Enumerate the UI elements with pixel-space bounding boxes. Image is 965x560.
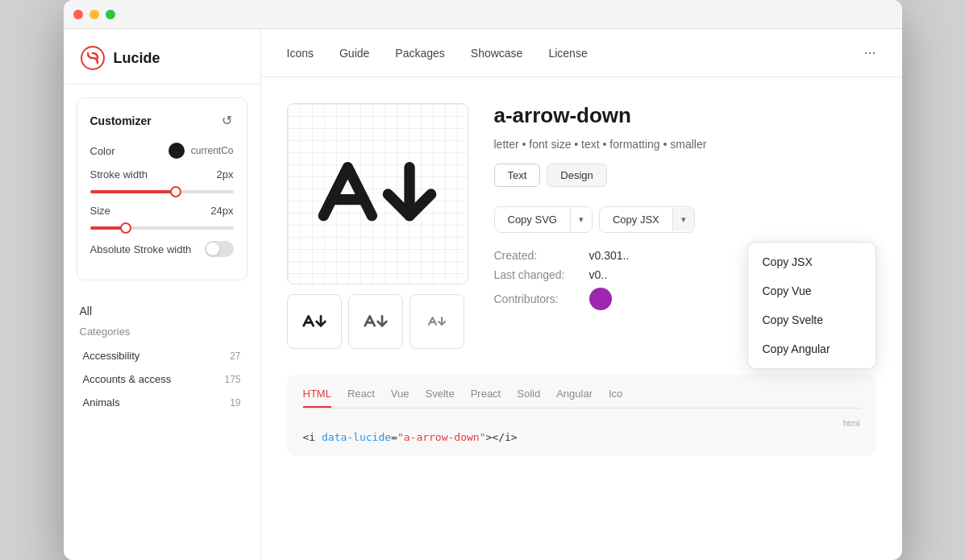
icon-info: a-arrow-down letter • font size • text •… <box>494 103 876 349</box>
logo-text: Lucide <box>114 50 160 67</box>
code-tabs: HTML React Vue Svelte Preact Solid Angul… <box>303 388 860 409</box>
copy-svg-label: Copy SVG <box>495 207 570 232</box>
stroke-slider-thumb[interactable] <box>170 186 181 197</box>
last-changed-label: Last changed: <box>494 268 583 281</box>
last-changed-value: v0.. <box>589 268 608 281</box>
sidebar-item-animals[interactable]: Animals 19 <box>77 391 247 414</box>
stroke-slider-container: Stroke width 2px <box>90 168 234 193</box>
lucide-logo-icon <box>80 45 106 71</box>
toggle-knob <box>206 243 219 255</box>
icon-preview-box <box>287 103 468 284</box>
icon-name: a-arrow-down <box>494 103 876 128</box>
variant-icons <box>287 294 468 349</box>
category-count-accessibility: 27 <box>230 351 240 362</box>
nav-icons[interactable]: Icons <box>287 47 314 60</box>
tag-design-button[interactable]: Design <box>547 164 606 187</box>
stroke-slider-track[interactable] <box>90 190 234 193</box>
code-val: "a-arrow-down" <box>397 431 486 443</box>
nav-license[interactable]: License <box>548 47 587 60</box>
code-tab-angular[interactable]: Angular <box>556 388 593 408</box>
copy-jsx-button[interactable]: Copy JSX ▾ <box>599 206 695 233</box>
variant-icon-3[interactable] <box>410 294 464 349</box>
icon-tags: letter • font size • text • formatting •… <box>494 138 876 151</box>
nav-guide[interactable]: Guide <box>339 47 369 60</box>
main-content: Icons Guide Packages Showcase License ··… <box>261 29 902 560</box>
icon-preview-svg <box>313 130 442 259</box>
sidebar-nav: All Categories Accessibility 27 Accounts… <box>64 293 260 560</box>
code-tab-preact[interactable]: Preact <box>471 388 501 408</box>
created-label: Created: <box>494 249 583 262</box>
stroke-label: Stroke width <box>90 168 148 180</box>
close-button[interactable] <box>73 10 83 19</box>
icon-area: a-arrow-down letter • font size • text •… <box>287 103 876 349</box>
dropdown-copy-vue[interactable]: Copy Vue <box>748 276 876 305</box>
avatar-1 <box>589 288 612 310</box>
contributors-label: Contributors: <box>494 292 583 305</box>
app-body: Lucide Customizer ↺ Color currentCo <box>64 29 902 560</box>
nav-packages[interactable]: Packages <box>395 47 444 60</box>
created-value: v0.301.. <box>589 249 630 262</box>
size-control-row: Size 24px <box>90 205 234 217</box>
tag-buttons: Text Design <box>494 164 876 187</box>
nav-more-button[interactable]: ··· <box>863 44 876 61</box>
stroke-slider-fill <box>90 190 177 193</box>
sidebar-logo: Lucide <box>64 29 260 85</box>
sidebar-item-accounts-access[interactable]: Accounts & access 175 <box>77 367 247 391</box>
color-value: currentCo <box>191 145 234 156</box>
color-swatch <box>168 143 185 159</box>
reset-button[interactable]: ↺ <box>220 111 234 130</box>
code-prefix: <i <box>303 431 322 443</box>
code-tab-vue[interactable]: Vue <box>391 388 410 408</box>
nav-showcase[interactable]: Showcase <box>471 47 523 60</box>
customizer-header: Customizer ↺ <box>90 111 234 130</box>
category-name-accessibility: Accessibility <box>83 350 140 362</box>
absolute-stroke-toggle[interactable] <box>205 241 234 257</box>
copy-jsx-dropdown-arrow[interactable]: ▾ <box>672 208 694 231</box>
sidebar-item-accessibility[interactable]: Accessibility 27 <box>77 344 247 367</box>
code-tab-solid[interactable]: Solid <box>517 388 540 408</box>
code-suffix: ></i> <box>485 431 517 443</box>
dropdown-copy-svelte[interactable]: Copy Svelte <box>748 305 876 334</box>
variant-icon-1[interactable] <box>287 294 342 349</box>
code-tab-react[interactable]: React <box>347 388 375 408</box>
tag-text-button[interactable]: Text <box>494 164 541 187</box>
code-eq: = <box>391 431 397 443</box>
topnav: Icons Guide Packages Showcase License ··… <box>261 29 902 77</box>
absolute-stroke-control: Absolute Stroke width <box>90 241 234 257</box>
color-control: Color currentCo <box>90 143 234 159</box>
sidebar-item-all[interactable]: All <box>77 300 247 322</box>
category-name-accounts: Accounts & access <box>83 373 172 385</box>
code-tab-html[interactable]: HTML <box>303 388 331 408</box>
icon-preview-section <box>287 103 468 349</box>
size-label: Size <box>90 205 110 217</box>
app-window: Lucide Customizer ↺ Color currentCo <box>64 0 902 560</box>
copy-buttons: Copy SVG ▾ Copy JSX ▾ Copy JSX Copy Vue <box>494 206 876 233</box>
color-label: Color <box>90 145 115 157</box>
customizer-title: Customizer <box>90 114 152 127</box>
dropdown-copy-jsx[interactable]: Copy JSX <box>748 247 876 276</box>
absolute-stroke-label: Absolute Stroke width <box>90 243 192 255</box>
code-section: HTML React Vue Svelte Preact Solid Angul… <box>287 375 876 456</box>
size-slider-thumb[interactable] <box>120 222 131 234</box>
color-picker[interactable]: currentCo <box>168 143 234 159</box>
copy-jsx-dropdown: Copy JSX Copy Vue Copy Svelte Copy Angul… <box>747 242 876 369</box>
minimize-button[interactable] <box>89 10 99 19</box>
code-attr: data-lucide <box>322 431 391 443</box>
size-slider-track[interactable] <box>90 226 234 230</box>
titlebar <box>64 0 902 29</box>
contributors-avatars <box>589 288 612 310</box>
size-value: 24px <box>210 205 233 217</box>
copy-svg-dropdown-arrow[interactable]: ▾ <box>570 208 592 231</box>
code-tab-ico[interactable]: Ico <box>609 388 622 408</box>
sidebar-categories-label: Categories <box>77 322 247 344</box>
category-count-accounts: 175 <box>224 374 240 385</box>
sidebar: Lucide Customizer ↺ Color currentCo <box>64 29 261 560</box>
copy-jsx-label: Copy JSX <box>600 207 672 232</box>
copy-svg-button[interactable]: Copy SVG ▾ <box>494 206 593 233</box>
dropdown-copy-angular[interactable]: Copy Angular <box>748 334 876 363</box>
category-count-animals: 19 <box>230 397 240 409</box>
maximize-button[interactable] <box>106 10 115 19</box>
size-slider-container: Size 24px <box>90 205 234 230</box>
code-tab-svelte[interactable]: Svelte <box>426 388 455 408</box>
variant-icon-2[interactable] <box>348 294 403 349</box>
